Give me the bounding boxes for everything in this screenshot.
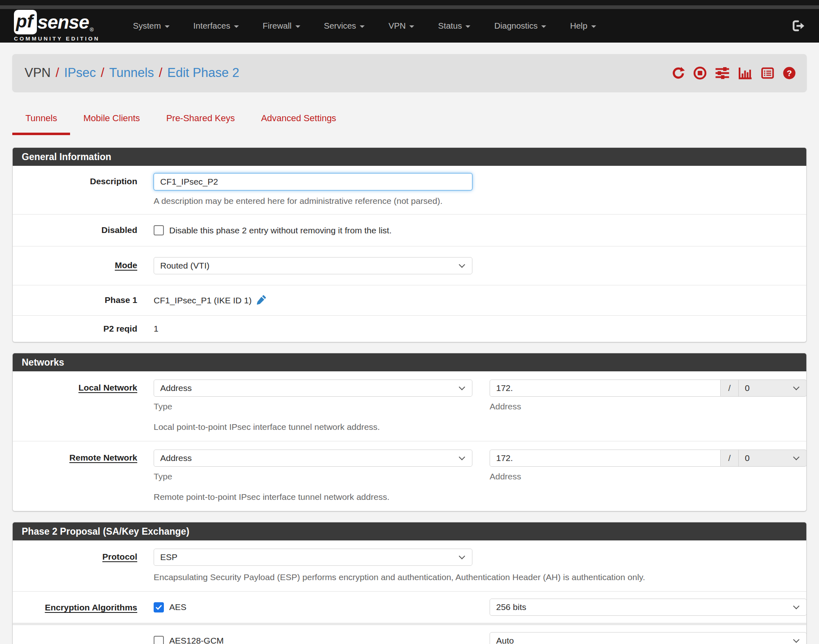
menu-vpn[interactable]: VPN	[377, 21, 426, 31]
aes128gcm-bits-select[interactable]: Auto	[490, 632, 807, 644]
local-network-row: Local Network Address Type / 0	[13, 371, 806, 441]
pencil-icon[interactable]	[256, 295, 266, 305]
encryption-algorithms-label: Encryption Algorithms	[13, 599, 154, 616]
mode-label: Mode	[13, 257, 154, 274]
description-input[interactable]	[154, 173, 472, 190]
remote-network-type-select[interactable]: Address	[154, 450, 472, 467]
menu-interfaces[interactable]: Interfaces	[181, 21, 251, 31]
section-title: Phase 2 Proposal (SA/Key Exchange)	[13, 522, 806, 540]
chevron-down-icon	[459, 454, 465, 461]
mode-select[interactable]: Routed (VTI)	[154, 257, 472, 274]
menu-status[interactable]: Status	[426, 21, 482, 31]
mode-row: Mode Routed (VTI)	[13, 246, 806, 285]
description-label: Description	[13, 173, 154, 206]
tab-pre-shared-keys[interactable]: Pre-Shared Keys	[153, 106, 248, 135]
tab-advanced-settings[interactable]: Advanced Settings	[248, 106, 349, 135]
address-separator: /	[721, 450, 739, 467]
networks-panel: Networks Local Network Address Type /	[12, 353, 807, 511]
remote-address-sublabel: Address	[490, 472, 807, 481]
caret-down-icon	[234, 25, 239, 28]
caret-down-icon	[409, 25, 414, 28]
encryption-aes128gcm-row: AES128-GCM Auto	[13, 625, 806, 644]
sliders-icon[interactable]	[715, 66, 730, 80]
window-sub-strip	[0, 5, 819, 9]
remote-address-input[interactable]	[490, 450, 721, 467]
main-menu: System Interfaces Firewall Services VPN …	[121, 21, 608, 31]
p2reqid-row: P2 reqid 1	[13, 316, 806, 342]
local-network-label: Local Network	[13, 380, 154, 432]
list-alt-icon[interactable]	[761, 66, 774, 80]
description-help: A description may be entered here for ad…	[154, 196, 797, 206]
aes128gcm-checkbox-label: AES128-GCM	[169, 636, 224, 644]
menu-help[interactable]: Help	[558, 21, 608, 31]
chevron-down-icon	[793, 384, 800, 391]
caret-down-icon	[591, 25, 596, 28]
question-circle-icon[interactable]: ?	[783, 66, 796, 80]
logo-sense-text: sense	[38, 11, 89, 33]
breadcrumb-vpn: VPN	[25, 66, 51, 80]
remote-network-help: Remote point-to-point IPsec interface tu…	[154, 492, 807, 502]
caret-down-icon	[541, 25, 546, 28]
protocol-select[interactable]: ESP	[154, 549, 472, 566]
remote-type-sublabel: Type	[154, 472, 472, 481]
breadcrumb-edit-phase-2[interactable]: Edit Phase 2	[167, 66, 239, 80]
disabled-checkbox[interactable]	[154, 225, 164, 235]
section-title: Networks	[13, 353, 806, 371]
phase1-value: CF1_IPsec_P1 (IKE ID 1)	[154, 296, 252, 305]
window-top-strip	[0, 0, 819, 5]
phase1-row: Phase 1 CF1_IPsec_P1 (IKE ID 1)	[13, 285, 806, 316]
breadcrumb-separator: /	[96, 66, 109, 80]
protocol-label: Protocol	[13, 549, 154, 582]
disabled-row: Disabled Disable this phase 2 entry with…	[13, 215, 806, 246]
p2reqid-label: P2 reqid	[13, 324, 154, 334]
menu-services[interactable]: Services	[312, 21, 377, 31]
local-network-help: Local point-to-point IPsec interface tun…	[154, 422, 807, 432]
chevron-down-icon	[793, 603, 800, 610]
logo-edition-text: COMMUNITY EDITION	[14, 36, 100, 42]
phase1-label: Phase 1	[13, 295, 154, 305]
local-address-sublabel: Address	[490, 402, 807, 411]
top-navbar: pf sense ® COMMUNITY EDITION System Inte…	[0, 9, 819, 43]
chevron-down-icon	[793, 637, 800, 643]
breadcrumb-tunnels[interactable]: Tunnels	[109, 66, 154, 80]
address-separator: /	[721, 380, 739, 397]
sign-out-icon[interactable]	[792, 19, 805, 32]
description-row: Description A description may be entered…	[13, 166, 806, 215]
pfsense-logo[interactable]: pf sense ® COMMUNITY EDITION	[14, 10, 100, 42]
tab-mobile-clients[interactable]: Mobile Clients	[70, 106, 153, 135]
stop-circle-icon[interactable]	[693, 66, 707, 80]
caret-down-icon	[465, 25, 470, 28]
remote-prefix-select[interactable]: 0	[739, 450, 807, 467]
menu-firewall[interactable]: Firewall	[251, 21, 312, 31]
breadcrumb-separator: /	[51, 66, 64, 80]
local-type-sublabel: Type	[154, 402, 472, 411]
local-network-type-select[interactable]: Address	[154, 380, 472, 397]
registered-mark: ®	[90, 27, 94, 33]
caret-down-icon	[360, 25, 365, 28]
svg-text:?: ?	[787, 68, 792, 77]
general-information-panel: General Information Description A descri…	[12, 147, 807, 342]
encryption-algorithms-label-spacer	[13, 632, 154, 644]
menu-diagnostics[interactable]: Diagnostics	[482, 21, 558, 31]
chart-bar-icon[interactable]	[738, 66, 753, 80]
encryption-aes-row: Encryption Algorithms AES 256 bits	[13, 592, 806, 625]
local-address-input[interactable]	[490, 380, 721, 397]
breadcrumb-ipsec[interactable]: IPsec	[64, 66, 96, 80]
aes-bits-select[interactable]: 256 bits	[490, 599, 807, 616]
remote-network-row: Remote Network Address Type / 0	[13, 441, 806, 511]
redo-icon[interactable]	[672, 66, 685, 80]
local-prefix-select[interactable]: 0	[739, 380, 807, 397]
page-header: VPN / IPsec / Tunnels / Edit Phase 2	[12, 54, 807, 92]
p2reqid-value: 1	[154, 324, 159, 334]
disabled-checkbox-label: Disable this phase 2 entry without remov…	[169, 226, 392, 235]
aes-checkbox[interactable]	[154, 602, 164, 612]
phase2-proposal-panel: Phase 2 Proposal (SA/Key Exchange) Proto…	[12, 522, 807, 644]
tab-tunnels[interactable]: Tunnels	[12, 106, 70, 135]
menu-system[interactable]: System	[121, 21, 181, 31]
remote-network-label: Remote Network	[13, 450, 154, 502]
tab-bar: Tunnels Mobile Clients Pre-Shared Keys A…	[12, 106, 807, 135]
disabled-label: Disabled	[13, 225, 154, 235]
chevron-down-icon	[459, 262, 465, 268]
aes128gcm-checkbox[interactable]	[154, 636, 164, 644]
chevron-down-icon	[793, 454, 800, 461]
